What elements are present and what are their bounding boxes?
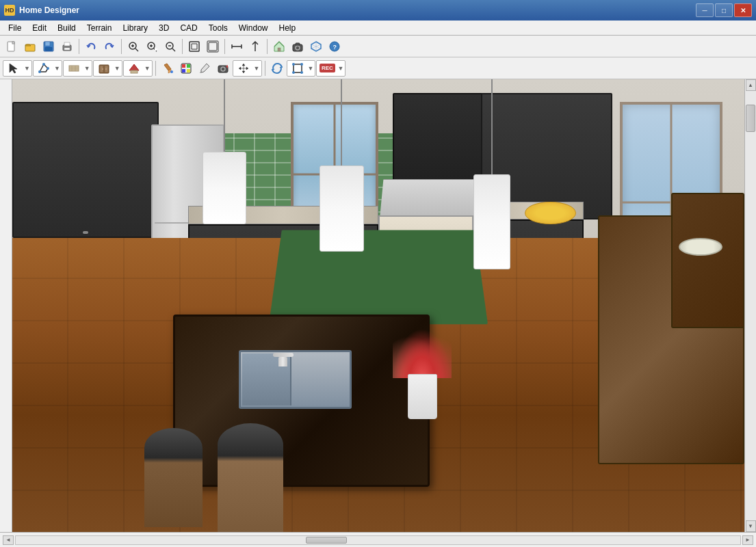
flower-stems: [393, 329, 452, 377]
select-dropdown[interactable]: ▼: [24, 65, 30, 72]
cabinet-button[interactable]: [95, 59, 113, 77]
scroll-down-arrow[interactable]: ▼: [746, 520, 756, 532]
wall-dropdown[interactable]: ▼: [84, 65, 90, 72]
3d-view-button[interactable]: [307, 38, 325, 55]
scroll-left-arrow[interactable]: ◄: [3, 535, 14, 545]
svg-text:+: +: [155, 48, 158, 52]
sep6: [155, 61, 156, 76]
title-bar: HD Home Designer ─ □ ✕: [0, 0, 756, 21]
svg-rect-5: [45, 47, 52, 51]
draw-poly-group: ▼: [33, 60, 62, 77]
fruit-bowl: [525, 202, 576, 224]
resize-button[interactable]: [289, 59, 307, 77]
measure-button[interactable]: [228, 38, 246, 55]
select-tool-group: ▼: [3, 60, 32, 77]
record-tool-group: REC ▼: [316, 60, 346, 77]
canvas-area[interactable]: [12, 79, 744, 532]
arrow-up-button[interactable]: [246, 38, 264, 55]
svg-rect-53: [182, 69, 185, 72]
wall-tool-button[interactable]: [65, 59, 83, 77]
scroll-right-arrow[interactable]: ►: [742, 535, 753, 545]
exterior-dropdown[interactable]: ▼: [144, 65, 151, 72]
scroll-up-arrow[interactable]: ▲: [746, 79, 756, 91]
open-button[interactable]: [21, 38, 39, 55]
new-button[interactable]: [3, 38, 21, 55]
move-tool-button[interactable]: [235, 59, 252, 77]
select-arrow-button[interactable]: [5, 59, 23, 77]
svg-point-49: [170, 70, 173, 73]
bar-stool-1: [144, 428, 203, 528]
paint-bucket-button[interactable]: [159, 59, 177, 77]
sep4: [224, 39, 225, 54]
window-controls: ─ □ ✕: [696, 3, 752, 17]
app-title: Home Designer: [19, 5, 696, 15]
dining-chair: [671, 193, 744, 329]
zoom-rect-button[interactable]: [125, 38, 142, 55]
draw-poly-dropdown[interactable]: ▼: [54, 65, 60, 72]
close-button[interactable]: ✕: [734, 3, 752, 17]
dining-plate: [679, 238, 722, 256]
svg-rect-38: [69, 66, 79, 71]
print-button[interactable]: [58, 38, 76, 55]
sep7: [265, 61, 265, 76]
place-house-button[interactable]: [270, 38, 288, 55]
pendant-light-3: [473, 79, 510, 269]
menu-library[interactable]: Library: [117, 22, 153, 34]
svg-rect-7: [64, 42, 70, 46]
fit-all-button[interactable]: [204, 38, 222, 55]
menu-tools[interactable]: Tools: [203, 22, 233, 34]
minimize-button[interactable]: ─: [696, 3, 714, 17]
h-scroll-thumb[interactable]: [306, 537, 347, 544]
menu-terrain[interactable]: Terrain: [81, 22, 118, 34]
resize-dropdown[interactable]: ▼: [308, 65, 314, 72]
fit-page-button[interactable]: [185, 38, 203, 55]
svg-rect-48: [131, 70, 138, 73]
svg-rect-54: [187, 69, 190, 72]
flower-vase: [408, 374, 437, 419]
move-dropdown[interactable]: ▼: [254, 65, 260, 72]
menu-help[interactable]: Help: [273, 22, 301, 34]
vertical-scrollbar: ▲ ▼: [744, 79, 756, 532]
exterior-button[interactable]: [125, 59, 143, 77]
save-button[interactable]: [40, 38, 57, 55]
undo-button[interactable]: [82, 38, 100, 55]
app-icon: HD: [4, 5, 15, 16]
pendant-light-1: [203, 79, 246, 224]
menu-3d[interactable]: 3D: [153, 22, 174, 34]
zoom-in-button[interactable]: +: [143, 38, 161, 55]
zoom-out-button[interactable]: [161, 38, 179, 55]
faucet: [278, 357, 287, 366]
camera-button[interactable]: [289, 38, 307, 55]
menu-build[interactable]: Build: [52, 22, 81, 34]
menu-window[interactable]: Window: [233, 22, 274, 34]
redo-button[interactable]: [101, 38, 118, 55]
svg-rect-22: [190, 42, 199, 51]
svg-rect-52: [187, 64, 190, 68]
scroll-thumb[interactable]: [746, 105, 755, 132]
exterior-tool-group: ▼: [123, 60, 153, 77]
sep1: [79, 39, 79, 54]
move-tool-group: ▼: [233, 60, 262, 77]
menu-file[interactable]: File: [3, 22, 27, 34]
record-dropdown[interactable]: ▼: [337, 65, 343, 72]
menu-cad[interactable]: CAD: [174, 22, 203, 34]
rotate-button[interactable]: [268, 59, 286, 77]
3d-scene: [12, 79, 744, 532]
draw-poly-button[interactable]: [35, 59, 53, 77]
svg-rect-1: [12, 42, 14, 44]
left-ruler: [0, 79, 12, 532]
resize-tool-group: ▼: [287, 60, 316, 77]
question-button[interactable]: ?: [326, 38, 343, 55]
material-button[interactable]: [177, 59, 195, 77]
eyedropper-button[interactable]: [196, 59, 213, 77]
record-button[interactable]: REC: [318, 59, 336, 77]
walk-camera-button[interactable]: [214, 59, 232, 77]
h-scroll-track[interactable]: [15, 535, 741, 545]
cabinet-tool-group: ▼: [93, 60, 122, 77]
cabinet-dropdown[interactable]: ▼: [114, 65, 120, 72]
scroll-track[interactable]: [745, 91, 756, 520]
maximize-button[interactable]: □: [715, 3, 733, 17]
svg-point-37: [47, 67, 49, 70]
menu-edit[interactable]: Edit: [27, 22, 52, 34]
svg-point-59: [292, 63, 295, 66]
